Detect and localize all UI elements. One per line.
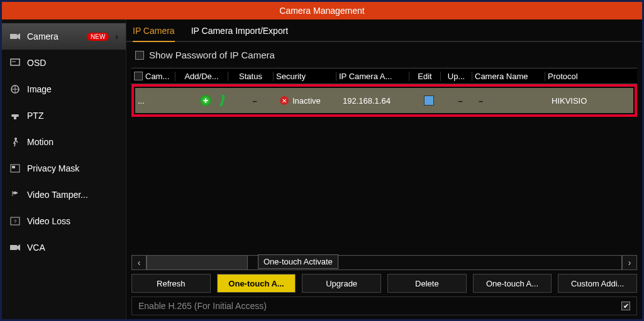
tab-bar: IP Camera IP Camera Import/Export (126, 19, 642, 42)
svg-rect-12 (10, 245, 17, 250)
inactive-icon: ✕ (280, 96, 289, 105)
sidebar-label: Video Tamper... (27, 190, 118, 200)
sidebar-item-motion[interactable]: Motion (2, 129, 126, 155)
sidebar-label: Camera (27, 31, 80, 41)
chevron-right-icon: › (115, 31, 118, 41)
edit-icon[interactable] (424, 95, 434, 106)
svg-rect-5 (11, 114, 19, 117)
main-panel: IP Camera IP Camera Import/Export Show P… (126, 19, 642, 319)
svg-rect-9 (12, 166, 15, 168)
tab-import-export[interactable]: IP Camera Import/Export (191, 26, 289, 41)
sidebar-item-videoloss[interactable]: ? Video Loss (2, 208, 126, 234)
col-edit[interactable]: Edit (409, 72, 441, 81)
scroll-right-button[interactable]: › (622, 255, 637, 270)
cell-cam: ... (135, 96, 179, 106)
cell-edit (413, 95, 445, 106)
upgrade-button[interactable]: Upgrade (302, 274, 381, 293)
sidebar-item-osd[interactable]: OSD (2, 50, 126, 76)
sidebar-label: PTZ (27, 111, 118, 121)
highlight-box: ... + – ✕ Inactive 192.168.1.64 – (131, 84, 637, 117)
action-button-row: Refresh One-touch A... Upgrade Delete On… (131, 274, 637, 293)
delete-button[interactable]: Delete (387, 274, 467, 293)
col-protocol[interactable]: Protocol (545, 72, 596, 81)
table-header: Cam... Add/De... Status Security IP Came… (131, 68, 637, 84)
cell-up: – (445, 96, 476, 106)
scroll-left-button[interactable]: ‹ (131, 255, 147, 270)
sidebar-label: Video Loss (27, 216, 118, 226)
ptz-icon (9, 110, 21, 121)
sidebar-label: OSD (27, 58, 118, 68)
col-camera[interactable]: Cam... (131, 72, 175, 81)
enable-h265-checkbox[interactable]: ✔ (621, 302, 630, 310)
sidebar-label: Image (27, 84, 118, 94)
col-up[interactable]: Up... (441, 72, 472, 81)
sidebar-item-ptz[interactable]: PTZ (2, 102, 126, 129)
scroll-thumb[interactable] (147, 256, 248, 269)
horizontal-scrollbar: ‹ One-touch Activate › (131, 254, 637, 271)
sidebar-item-image[interactable]: Image (2, 76, 126, 102)
osd-icon (9, 57, 21, 68)
one-touch-add-button[interactable]: One-touch A... (473, 274, 552, 293)
svg-rect-2 (11, 59, 19, 65)
svg-rect-6 (14, 117, 16, 119)
image-icon (9, 84, 21, 95)
videoloss-icon: ? (9, 215, 21, 227)
cell-ip: 192.168.1.64 (340, 96, 413, 106)
svg-marker-13 (17, 244, 20, 251)
main-layout: Camera NEW › OSD Image PTZ Motio (2, 19, 642, 319)
security-text: Inactive (292, 96, 321, 106)
show-password-checkbox[interactable] (135, 51, 144, 60)
sidebar: Camera NEW › OSD Image PTZ Motio (2, 19, 126, 319)
svg-rect-0 (10, 34, 17, 39)
enable-h265-row: Enable H.265 (For Initial Access) ✔ (131, 297, 637, 315)
camera-table: Cam... Add/De... Status Security IP Came… (131, 68, 637, 117)
sidebar-label: Privacy Mask (27, 163, 118, 173)
cell-protocol: HIKVISIO (549, 96, 599, 106)
sidebar-item-privacy[interactable]: Privacy Mask (2, 155, 126, 182)
show-password-row: Show Password of IP Camera (126, 42, 642, 68)
show-password-label: Show Password of IP Camera (149, 50, 275, 60)
table-row[interactable]: ... + – ✕ Inactive 192.168.1.64 – (135, 88, 633, 113)
one-touch-activate-button[interactable]: One-touch A... (217, 274, 296, 293)
new-badge: NEW (87, 33, 109, 41)
enable-h265-label: Enable H.265 (For Initial Access) (138, 301, 615, 311)
cell-status: – (232, 96, 277, 106)
sidebar-label: VCA (27, 242, 118, 253)
refresh-button[interactable]: Refresh (131, 274, 211, 293)
motion-icon (9, 136, 21, 148)
col-camera-label: Cam... (145, 72, 169, 81)
cell-security: ✕ Inactive (277, 96, 340, 106)
tab-ip-camera[interactable]: IP Camera (133, 26, 175, 42)
camera-icon (9, 31, 21, 42)
col-security[interactable]: Security (274, 72, 336, 81)
sidebar-item-vca[interactable]: VCA (2, 234, 126, 261)
col-name[interactable]: Camera Name (472, 72, 545, 81)
cell-add: + (179, 95, 232, 106)
col-ip[interactable]: IP Camera A... (336, 72, 409, 81)
title-text: Camera Management (279, 6, 364, 16)
privacy-icon (9, 163, 21, 174)
title-bar: Camera Management (2, 2, 642, 19)
tamper-icon (9, 189, 21, 200)
tooltip: One-touch Activate (258, 254, 338, 269)
select-all-checkbox[interactable] (134, 72, 143, 80)
add-icon[interactable]: + (200, 95, 211, 106)
empty-area (126, 117, 642, 250)
sidebar-item-tamper[interactable]: Video Tamper... (2, 182, 126, 208)
vca-icon (9, 242, 21, 253)
custom-add-button[interactable]: Custom Addi... (558, 274, 637, 293)
cell-name: – (476, 96, 549, 106)
svg-point-7 (14, 138, 17, 140)
col-status[interactable]: Status (228, 72, 274, 81)
svg-text:?: ? (14, 219, 17, 224)
sidebar-label: Motion (27, 137, 118, 147)
svg-marker-1 (17, 33, 20, 40)
sidebar-item-camera[interactable]: Camera NEW › (2, 23, 126, 50)
col-add[interactable]: Add/De... (175, 72, 228, 81)
scroll-track[interactable]: One-touch Activate (147, 255, 622, 270)
